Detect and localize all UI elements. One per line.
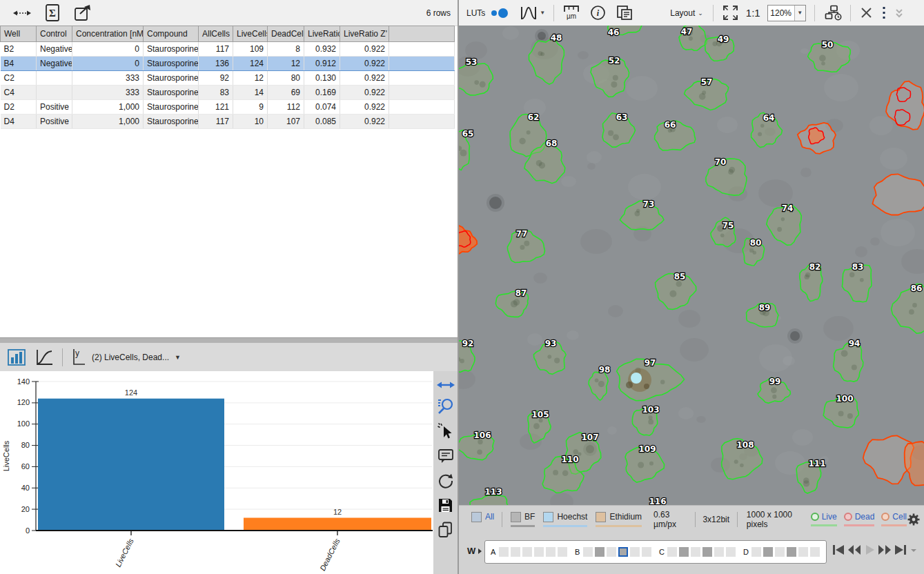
chevron-down-icon[interactable]: ▼ bbox=[540, 10, 545, 16]
table-cell[interactable]: 136 bbox=[199, 57, 233, 71]
table-cell[interactable]: 0.922 bbox=[340, 100, 389, 115]
column-header[interactable]: AllCells bbox=[199, 26, 233, 42]
curve-chart-icon[interactable] bbox=[35, 348, 54, 366]
table-row[interactable]: B2Negative0Staurosporine11710980.9320.92… bbox=[1, 42, 455, 57]
bar-deadcells[interactable] bbox=[244, 518, 431, 531]
well-B3[interactable] bbox=[607, 547, 616, 557]
refresh-icon[interactable] bbox=[437, 472, 455, 490]
table-cell[interactable]: 117 bbox=[199, 42, 233, 57]
last-well-icon[interactable] bbox=[894, 544, 907, 556]
table-cell[interactable]: 0.912 bbox=[304, 57, 340, 71]
results-table[interactable]: WellControlConcentration [nM]CompoundAll… bbox=[0, 26, 458, 129]
table-cell[interactable]: 1,000 bbox=[72, 100, 144, 115]
column-header[interactable]: DeadCells bbox=[268, 26, 304, 42]
table-cell[interactable]: 0.922 bbox=[340, 115, 389, 129]
kebab-menu-icon[interactable] bbox=[881, 6, 887, 20]
well-C5[interactable] bbox=[714, 547, 724, 557]
table-cell[interactable]: Staurosporine bbox=[144, 57, 199, 71]
image-details-icon[interactable] bbox=[616, 4, 634, 21]
table-cell[interactable]: 83 bbox=[199, 86, 233, 100]
next-group-icon[interactable] bbox=[877, 544, 892, 556]
series-selector-chevron-icon[interactable]: ▼ bbox=[175, 354, 181, 361]
table-cell[interactable]: 121 bbox=[199, 100, 233, 115]
table-cell[interactable]: 107 bbox=[268, 115, 304, 129]
well-D5[interactable] bbox=[798, 547, 808, 557]
previous-group-icon[interactable] bbox=[847, 544, 862, 556]
table-cell[interactable]: 0.074 bbox=[304, 100, 340, 115]
table-row[interactable]: C4333Staurosporine8314690.1690.922 bbox=[1, 86, 455, 100]
table-row[interactable]: D4Positive1,000Staurosporine117101070.08… bbox=[1, 115, 455, 129]
info-icon[interactable]: i bbox=[590, 5, 606, 21]
micron-ruler-icon[interactable]: µm bbox=[562, 4, 580, 21]
table-row[interactable]: D2Positive1,000Staurosporine12191120.074… bbox=[1, 100, 455, 115]
table-cell[interactable]: 12 bbox=[268, 57, 304, 71]
pipeline-icon[interactable] bbox=[824, 4, 843, 22]
well-C2[interactable] bbox=[679, 547, 689, 557]
well-A2[interactable] bbox=[511, 547, 520, 557]
table-cell[interactable]: D2 bbox=[1, 100, 37, 115]
table-cell[interactable]: 0.922 bbox=[340, 42, 389, 57]
column-header[interactable]: LiveRatio bbox=[304, 26, 340, 42]
zoom-data-icon[interactable] bbox=[437, 397, 455, 415]
table-cell[interactable]: Staurosporine bbox=[144, 115, 199, 129]
fullscreen-icon[interactable] bbox=[722, 4, 739, 21]
first-well-icon[interactable] bbox=[832, 544, 845, 556]
table-cell[interactable]: 109 bbox=[233, 42, 268, 57]
zoom-value[interactable]: 120% bbox=[768, 8, 794, 18]
cell-outline-live[interactable] bbox=[459, 63, 493, 95]
table-cell[interactable]: 0.922 bbox=[340, 71, 389, 86]
well-A3[interactable] bbox=[522, 547, 532, 557]
export-icon[interactable] bbox=[73, 4, 92, 22]
column-header[interactable]: LiveCells bbox=[233, 26, 268, 42]
table-cell[interactable]: 0.085 bbox=[304, 115, 340, 129]
channel-checkbox[interactable] bbox=[511, 512, 521, 522]
well-D1[interactable] bbox=[751, 547, 761, 557]
table-cell[interactable]: 12 bbox=[233, 71, 268, 86]
histogram-curve-icon[interactable] bbox=[520, 5, 538, 21]
table-row[interactable]: B4Negative0Staurosporine136124120.9120.9… bbox=[1, 57, 455, 71]
table-cell[interactable]: 0 bbox=[72, 57, 144, 71]
well-C4[interactable] bbox=[702, 547, 712, 557]
well-C6[interactable] bbox=[726, 547, 736, 557]
table-cell[interactable]: 69 bbox=[268, 86, 304, 100]
collapse-chevrons-icon[interactable] bbox=[894, 8, 905, 19]
table-cell[interactable]: 9 bbox=[233, 100, 268, 115]
table-cell[interactable]: B4 bbox=[1, 57, 37, 71]
channel-checkbox[interactable] bbox=[596, 512, 606, 522]
column-header[interactable]: Concentration [nM] bbox=[72, 26, 144, 42]
table-cell[interactable]: B2 bbox=[1, 42, 37, 57]
pointer-sparkle-icon[interactable] bbox=[437, 422, 455, 440]
close-icon[interactable] bbox=[860, 6, 873, 19]
table-cell[interactable] bbox=[389, 71, 455, 86]
table-cell[interactable]: 80 bbox=[268, 71, 304, 86]
channel-checkbox[interactable] bbox=[543, 512, 553, 522]
play-icon[interactable] bbox=[863, 544, 876, 556]
well-B5[interactable] bbox=[630, 547, 640, 557]
well-D4[interactable] bbox=[787, 547, 796, 557]
summary-sigma-icon[interactable]: Σ bbox=[44, 3, 61, 22]
table-cell[interactable]: 92 bbox=[199, 71, 233, 86]
table-cell[interactable] bbox=[389, 115, 455, 129]
copy-icon[interactable] bbox=[437, 521, 454, 539]
table-cell[interactable]: D4 bbox=[1, 115, 37, 129]
luts-toggle[interactable] bbox=[489, 8, 510, 19]
column-header[interactable]: LiveRatio Z' bbox=[340, 26, 389, 42]
table-cell[interactable]: Positive bbox=[37, 115, 72, 129]
table-cell[interactable]: 14 bbox=[233, 86, 268, 100]
well-A4[interactable] bbox=[534, 547, 544, 557]
channel-toggle-hoechst[interactable]: Hoechst bbox=[543, 512, 587, 527]
well-C3[interactable] bbox=[691, 547, 700, 557]
table-cell[interactable] bbox=[389, 86, 455, 100]
table-cell[interactable]: Positive bbox=[37, 100, 72, 115]
channel-toggle-ethidium[interactable]: Ethidium bbox=[596, 512, 642, 527]
table-cell[interactable]: 8 bbox=[268, 42, 304, 57]
channel-toggle-all[interactable]: All bbox=[471, 512, 494, 527]
zoom-combobox[interactable]: 120% ▼ bbox=[767, 5, 806, 21]
layout-dropdown[interactable]: Layout bbox=[670, 8, 695, 18]
well-B1[interactable] bbox=[583, 547, 593, 557]
table-cell[interactable]: 0.922 bbox=[340, 57, 389, 71]
table-cell[interactable]: 117 bbox=[199, 115, 233, 129]
table-cell[interactable]: 333 bbox=[72, 71, 144, 86]
chevron-down-icon[interactable]: ⌄ bbox=[698, 10, 703, 17]
save-icon[interactable] bbox=[437, 497, 454, 514]
